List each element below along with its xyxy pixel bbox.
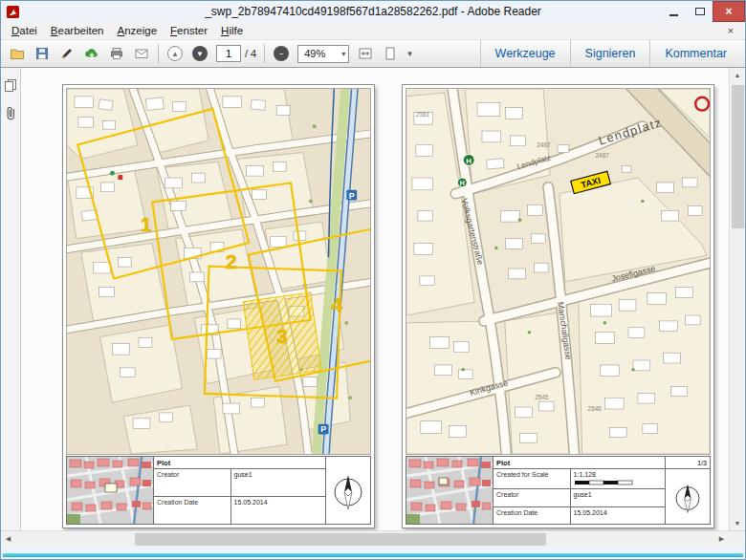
scroll-right-icon: ▶ [719,535,724,543]
werkzeuge-button[interactable]: Werkzeuge [480,40,570,67]
titlebar[interactable]: _swp_2b78947410cd49198f567d1a28582262.pd… [1,1,745,22]
email-button[interactable] [129,42,154,65]
creation-date-label: Creation Date [494,507,571,525]
open-folder-icon [10,46,25,61]
save-file-button[interactable] [30,42,55,65]
menu-bearbeiten[interactable]: Bearbeiten [44,23,111,38]
fit-width-icon [358,46,373,61]
window-controls: × [661,1,745,22]
pdf-page-1[interactable]: P P [62,84,375,528]
north-arrow-compass [666,469,710,524]
minimize-icon [669,14,678,16]
parcel-label: 2487 [596,153,610,160]
creation-date-value: 15.05.2014 [231,497,325,524]
maximize-icon [695,8,705,15]
pdf-page-2[interactable]: Lendplatz Lendplatz Volksgartenstraße Jo… [402,84,714,528]
paperclip-icon [3,105,18,122]
kommentar-button[interactable]: Kommentar [649,40,741,67]
menu-datei[interactable]: Datei [5,23,44,38]
attachments-button[interactable] [2,104,19,123]
scroll-up-button[interactable]: ▲ [730,68,745,82]
fit-width-button[interactable] [353,42,378,65]
plot-label-3: 3 [276,325,288,347]
menubar-close-icon[interactable]: × [720,25,741,36]
pages-row: P P [21,68,729,528]
menu-anzeige[interactable]: Anzeige [111,23,165,38]
creation-date-label: Creation Date [154,497,231,524]
parcel-label: 2546 [588,405,603,412]
adobe-reader-window: _swp_2b78947410cd49198f567d1a28582262.pd… [0,0,746,560]
maximize-button[interactable] [687,1,713,22]
toolbar-separator [158,44,159,63]
vertical-scrollbar[interactable]: ▲ ▼ [729,68,745,530]
close-icon: × [725,5,732,18]
previous-page-button[interactable]: ▲ [163,42,187,65]
save-floppy-icon [34,46,50,61]
document-canvas[interactable]: P P [21,68,729,530]
adobe-reader-app-icon [6,5,20,19]
page-count-label: / 4 [245,48,256,59]
plot-info-table: Plot Created for Scale 1:1,128 [493,457,666,524]
plot-footer-2: Plot Created for Scale 1:1,128 [406,456,711,525]
toolbar: ▲ ▼ / 4 − 49% ▾ ▾ Werkzeuge [1,40,745,68]
horizontal-scrollbar[interactable]: ◀ ▶ [1,530,745,547]
transit-stop-icon: H [457,178,467,187]
overview-mini-map [67,457,153,524]
creator-label: Creator [154,469,231,496]
menu-hilfe[interactable]: Hilfe [214,23,250,38]
green-marker-icon [110,171,115,176]
page-thumbnails-icon [3,77,18,93]
open-file-button[interactable] [5,42,30,65]
compass-cell [326,457,370,524]
page-thumbnails-button[interactable] [2,75,19,95]
sign-button[interactable] [55,42,79,65]
plot-page-indicator: 1/3 [666,457,710,469]
fit-page-button[interactable] [378,42,403,65]
menubar: Datei Bearbeiten Anzeige Fenster Hilfe × [1,22,745,40]
signieren-button[interactable]: Signieren [570,40,650,67]
minimize-button[interactable] [661,1,687,22]
page-number-input[interactable] [216,45,241,62]
fit-page-icon [383,46,398,61]
zoom-select[interactable]: 49% ▾ [297,45,349,63]
cloud-upload-icon [84,46,99,61]
compass-cell: 1/3 [666,457,710,524]
print-button[interactable] [104,42,129,65]
window-title: _swp_2b78947410cd49198f567d1a28582262.pd… [205,5,541,18]
scale-bar [574,479,633,486]
transit-stop-icon: H [463,155,474,166]
scale-label: Created for Scale [494,469,571,488]
menu-fenster[interactable]: Fenster [164,23,214,38]
creator-label: Creator [494,489,571,506]
svg-text:P: P [349,191,355,201]
scroll-left-button[interactable]: ◀ [1,531,15,548]
svg-text:H: H [460,180,465,186]
window-bottom-edge [1,547,745,559]
plot-label-2: 2 [226,250,237,272]
close-button[interactable]: × [713,1,745,22]
scroll-right-button[interactable]: ▶ [714,531,729,548]
toolbar-more-dropdown[interactable]: ▾ [403,49,417,58]
navigation-pane-strip [1,68,21,530]
envelope-icon [134,46,149,61]
next-page-button[interactable]: ▼ [187,42,212,65]
sign-pen-icon [59,46,75,61]
scroll-down-icon: ▼ [735,520,741,527]
scroll-up-icon: ▲ [735,72,741,78]
plot-info-table: Plot Creator guse1 Creation Date 15.05.2… [153,457,326,524]
window-accent-line [3,553,743,557]
parcel-label: 2581 [416,111,430,118]
printer-icon [109,46,124,61]
creator-value: guse1 [231,469,325,496]
creator-value: guse1 [571,489,665,506]
page-up-icon: ▲ [171,50,179,58]
send-file-button[interactable] [79,42,104,65]
horizontal-scrollbar-thumb[interactable] [135,533,546,546]
zoom-out-button[interactable]: − [269,42,294,65]
map-page-1: P P [66,88,371,455]
vertical-scrollbar-thumb[interactable] [732,85,744,228]
plot-footer-1: Plot Creator guse1 Creation Date 15.05.2… [66,456,371,525]
chevron-down-icon: ▾ [341,50,345,58]
creation-date-value: 15.05.2014 [571,507,665,525]
scroll-down-button[interactable]: ▼ [730,516,745,530]
